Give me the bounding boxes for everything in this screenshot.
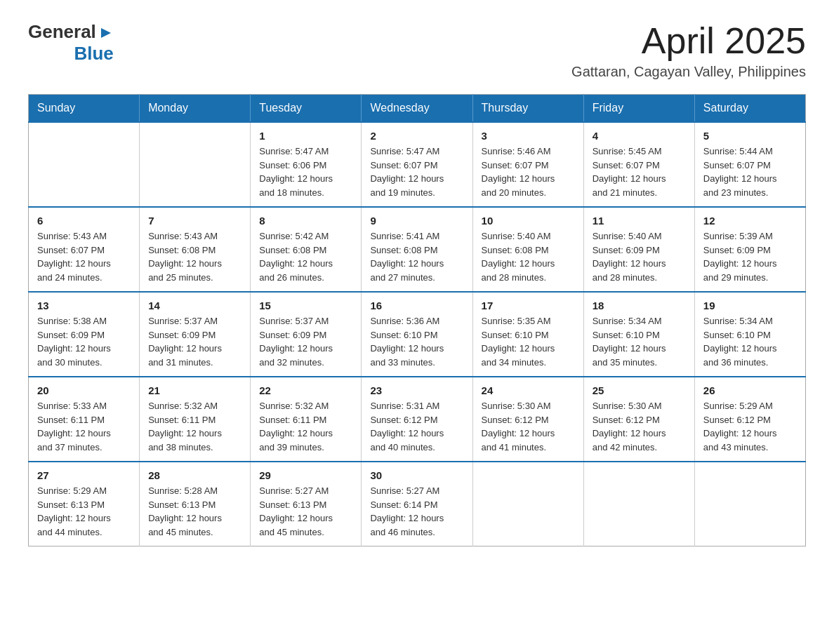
- page-header: General Blue April 2025 Gattaran, Cagaya…: [28, 21, 806, 80]
- day-number: 27: [37, 469, 131, 481]
- day-info: Sunrise: 5:27 AM Sunset: 6:13 PM Dayligh…: [259, 484, 352, 539]
- day-info: Sunrise: 5:43 AM Sunset: 6:07 PM Dayligh…: [37, 229, 131, 284]
- calendar-cell: 8Sunrise: 5:42 AM Sunset: 6:08 PM Daylig…: [251, 207, 362, 292]
- calendar-header: Sunday Monday Tuesday Wednesday Thursday…: [29, 95, 806, 123]
- calendar-subtitle: Gattaran, Cagayan Valley, Philippines: [571, 64, 806, 80]
- calendar-cell: 14Sunrise: 5:37 AM Sunset: 6:09 PM Dayli…: [140, 292, 251, 377]
- day-number: 17: [482, 300, 575, 311]
- day-number: 6: [37, 215, 131, 227]
- calendar-cell: [694, 462, 805, 546]
- day-info: Sunrise: 5:37 AM Sunset: 6:09 PM Dayligh…: [259, 314, 352, 369]
- calendar-cell: 7Sunrise: 5:43 AM Sunset: 6:08 PM Daylig…: [140, 207, 251, 292]
- day-number: 13: [37, 300, 131, 311]
- day-info: Sunrise: 5:28 AM Sunset: 6:13 PM Dayligh…: [148, 484, 241, 539]
- day-info: Sunrise: 5:45 AM Sunset: 6:07 PM Dayligh…: [593, 145, 686, 199]
- calendar-cell: 2Sunrise: 5:47 AM Sunset: 6:07 PM Daylig…: [362, 122, 472, 207]
- calendar-cell: 6Sunrise: 5:43 AM Sunset: 6:07 PM Daylig…: [29, 207, 140, 292]
- calendar-cell: 1Sunrise: 5:47 AM Sunset: 6:06 PM Daylig…: [251, 122, 362, 207]
- calendar-week-row: 20Sunrise: 5:33 AM Sunset: 6:11 PM Dayli…: [29, 377, 806, 462]
- day-info: Sunrise: 5:32 AM Sunset: 6:11 PM Dayligh…: [259, 399, 352, 454]
- calendar-week-row: 13Sunrise: 5:38 AM Sunset: 6:09 PM Dayli…: [29, 292, 806, 377]
- logo-text-general: General: [28, 21, 96, 43]
- svg-marker-0: [101, 28, 111, 38]
- day-number: 23: [370, 384, 463, 396]
- day-info: Sunrise: 5:39 AM Sunset: 6:09 PM Dayligh…: [703, 229, 797, 284]
- calendar-cell: 25Sunrise: 5:30 AM Sunset: 6:12 PM Dayli…: [583, 377, 694, 462]
- day-number: 7: [148, 215, 241, 227]
- day-info: Sunrise: 5:34 AM Sunset: 6:10 PM Dayligh…: [703, 314, 797, 369]
- day-info: Sunrise: 5:47 AM Sunset: 6:06 PM Dayligh…: [259, 145, 352, 199]
- day-number: 4: [593, 130, 686, 142]
- day-number: 3: [482, 130, 575, 142]
- day-info: Sunrise: 5:31 AM Sunset: 6:12 PM Dayligh…: [370, 399, 463, 454]
- day-number: 9: [370, 215, 463, 227]
- day-number: 15: [259, 300, 352, 311]
- title-section: April 2025 Gattaran, Cagayan Valley, Phi…: [571, 21, 806, 80]
- day-info: Sunrise: 5:35 AM Sunset: 6:10 PM Dayligh…: [482, 314, 575, 369]
- day-info: Sunrise: 5:30 AM Sunset: 6:12 PM Dayligh…: [482, 399, 575, 454]
- calendar-cell: 24Sunrise: 5:30 AM Sunset: 6:12 PM Dayli…: [472, 377, 583, 462]
- calendar-title: April 2025: [571, 21, 806, 61]
- calendar-body: 1Sunrise: 5:47 AM Sunset: 6:06 PM Daylig…: [29, 122, 806, 546]
- day-number: 30: [370, 469, 463, 481]
- day-info: Sunrise: 5:43 AM Sunset: 6:08 PM Dayligh…: [148, 229, 241, 284]
- day-number: 19: [703, 300, 797, 311]
- calendar-cell: 27Sunrise: 5:29 AM Sunset: 6:13 PM Dayli…: [29, 462, 140, 546]
- calendar-week-row: 27Sunrise: 5:29 AM Sunset: 6:13 PM Dayli…: [29, 462, 806, 546]
- calendar-cell: 16Sunrise: 5:36 AM Sunset: 6:10 PM Dayli…: [362, 292, 472, 377]
- day-number: 28: [148, 469, 241, 481]
- calendar-cell: 26Sunrise: 5:29 AM Sunset: 6:12 PM Dayli…: [694, 377, 805, 462]
- calendar-cell: 19Sunrise: 5:34 AM Sunset: 6:10 PM Dayli…: [694, 292, 805, 377]
- logo-text-blue: Blue: [74, 43, 113, 65]
- day-number: 18: [593, 300, 686, 311]
- header-saturday: Saturday: [694, 95, 805, 123]
- header-thursday: Thursday: [472, 95, 583, 123]
- calendar-week-row: 1Sunrise: 5:47 AM Sunset: 6:06 PM Daylig…: [29, 122, 806, 207]
- calendar-cell: 30Sunrise: 5:27 AM Sunset: 6:14 PM Dayli…: [362, 462, 472, 546]
- day-number: 11: [593, 215, 686, 227]
- day-info: Sunrise: 5:38 AM Sunset: 6:09 PM Dayligh…: [37, 314, 131, 369]
- day-number: 22: [259, 384, 352, 396]
- calendar-cell: 17Sunrise: 5:35 AM Sunset: 6:10 PM Dayli…: [472, 292, 583, 377]
- header-sunday: Sunday: [29, 95, 140, 123]
- day-info: Sunrise: 5:30 AM Sunset: 6:12 PM Dayligh…: [593, 399, 686, 454]
- header-tuesday: Tuesday: [251, 95, 362, 123]
- calendar-cell: 29Sunrise: 5:27 AM Sunset: 6:13 PM Dayli…: [251, 462, 362, 546]
- calendar-cell: [583, 462, 694, 546]
- calendar-cell: 3Sunrise: 5:46 AM Sunset: 6:07 PM Daylig…: [472, 122, 583, 207]
- day-number: 10: [482, 215, 575, 227]
- day-info: Sunrise: 5:42 AM Sunset: 6:08 PM Dayligh…: [259, 229, 352, 284]
- calendar-cell: 5Sunrise: 5:44 AM Sunset: 6:07 PM Daylig…: [694, 122, 805, 207]
- calendar-cell: 21Sunrise: 5:32 AM Sunset: 6:11 PM Dayli…: [140, 377, 251, 462]
- header-friday: Friday: [583, 95, 694, 123]
- day-number: 2: [370, 130, 463, 142]
- day-info: Sunrise: 5:36 AM Sunset: 6:10 PM Dayligh…: [370, 314, 463, 369]
- day-info: Sunrise: 5:29 AM Sunset: 6:13 PM Dayligh…: [37, 484, 131, 539]
- day-info: Sunrise: 5:29 AM Sunset: 6:12 PM Dayligh…: [703, 399, 797, 454]
- day-number: 24: [482, 384, 575, 396]
- calendar-week-row: 6Sunrise: 5:43 AM Sunset: 6:07 PM Daylig…: [29, 207, 806, 292]
- day-info: Sunrise: 5:37 AM Sunset: 6:09 PM Dayligh…: [148, 314, 241, 369]
- header-row: Sunday Monday Tuesday Wednesday Thursday…: [29, 95, 806, 123]
- calendar-cell: 18Sunrise: 5:34 AM Sunset: 6:10 PM Dayli…: [583, 292, 694, 377]
- day-info: Sunrise: 5:34 AM Sunset: 6:10 PM Dayligh…: [593, 314, 686, 369]
- calendar-cell: 10Sunrise: 5:40 AM Sunset: 6:08 PM Dayli…: [472, 207, 583, 292]
- calendar-cell: 11Sunrise: 5:40 AM Sunset: 6:09 PM Dayli…: [583, 207, 694, 292]
- day-number: 12: [703, 215, 797, 227]
- header-wednesday: Wednesday: [362, 95, 472, 123]
- day-info: Sunrise: 5:44 AM Sunset: 6:07 PM Dayligh…: [703, 145, 797, 199]
- day-number: 25: [593, 384, 686, 396]
- day-number: 8: [259, 215, 352, 227]
- calendar-cell: 23Sunrise: 5:31 AM Sunset: 6:12 PM Dayli…: [362, 377, 472, 462]
- calendar-cell: [472, 462, 583, 546]
- calendar-cell: 15Sunrise: 5:37 AM Sunset: 6:09 PM Dayli…: [251, 292, 362, 377]
- calendar-cell: 28Sunrise: 5:28 AM Sunset: 6:13 PM Dayli…: [140, 462, 251, 546]
- logo: General Blue: [28, 21, 114, 65]
- calendar-cell: 4Sunrise: 5:45 AM Sunset: 6:07 PM Daylig…: [583, 122, 694, 207]
- logo-triangle-icon: [98, 25, 114, 41]
- calendar-cell: 13Sunrise: 5:38 AM Sunset: 6:09 PM Dayli…: [29, 292, 140, 377]
- header-monday: Monday: [140, 95, 251, 123]
- day-number: 29: [259, 469, 352, 481]
- day-info: Sunrise: 5:46 AM Sunset: 6:07 PM Dayligh…: [482, 145, 575, 199]
- day-info: Sunrise: 5:47 AM Sunset: 6:07 PM Dayligh…: [370, 145, 463, 199]
